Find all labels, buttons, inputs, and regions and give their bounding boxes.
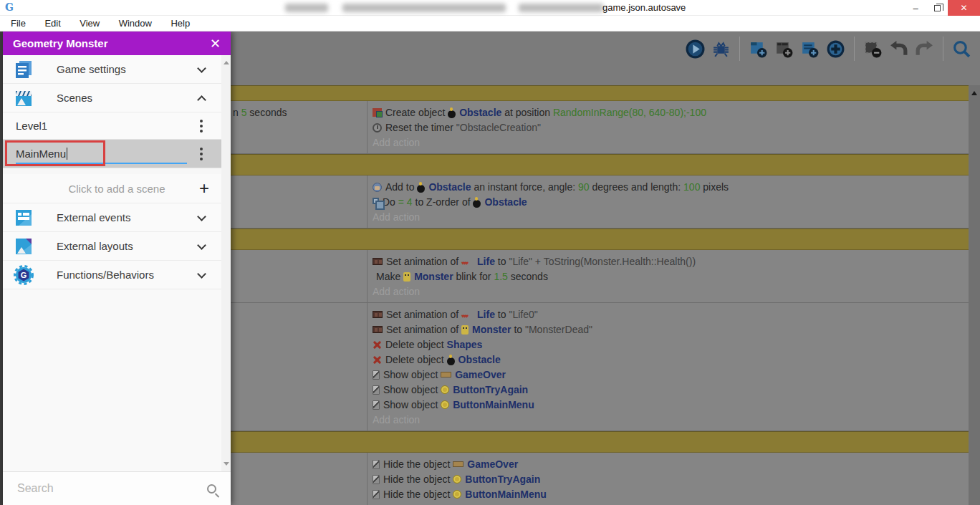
svg-text:G: G [21, 271, 27, 279]
plus-icon[interactable] [199, 178, 209, 198]
chevron-down-icon[interactable] [197, 212, 206, 221]
chevron-down-icon[interactable] [197, 269, 206, 279]
action-line[interactable]: Reset the timer "ObstacleCreation" [373, 120, 964, 135]
comment-bar[interactable] [231, 431, 969, 453]
redo-button[interactable] [915, 39, 934, 59]
add-event-button[interactable] [749, 39, 768, 59]
close-panel-icon[interactable] [210, 36, 221, 52]
comment-bar[interactable] [231, 85, 969, 101]
add-action-button[interactable]: Add action [373, 135, 964, 150]
debug-button[interactable] [711, 39, 731, 59]
action-line[interactable]: Create object Obstacle at position Rando… [373, 105, 964, 120]
sidebar-item-game-settings[interactable]: Game settings [3, 55, 231, 84]
button-icon [441, 400, 449, 409]
text-segment: seconds [508, 271, 548, 282]
restore-button[interactable] [926, 0, 948, 16]
action-line[interactable]: Do = 4 to Z-order of Obstacle [373, 195, 964, 210]
animation-icon [373, 258, 383, 265]
menu-help[interactable]: Help [163, 16, 198, 29]
conditions-column[interactable] [231, 453, 367, 505]
chevron-down-icon[interactable] [197, 241, 206, 250]
scene-item-mainmenu[interactable]: MainMenu [3, 140, 231, 168]
project-manager-header: Geometry Monster [3, 32, 231, 55]
scroll-down-icon[interactable] [224, 462, 229, 466]
action-line[interactable]: Hide the object ButtonTryAgain [373, 472, 964, 487]
sidebar-item-scenes[interactable]: Scenes [3, 84, 231, 112]
conditions-column[interactable] [231, 303, 367, 431]
event-row[interactable]: Set animation of Life to "Life" + ToStri… [231, 250, 969, 303]
annotation-highlight-box [5, 140, 105, 166]
action-line[interactable]: Set animation of Life to "Life0" [373, 307, 964, 322]
panel-scrollbar[interactable] [221, 55, 231, 471]
sidebar-item-functions-behaviors[interactable]: G Functions/Behaviors [3, 261, 231, 289]
play-preview-button[interactable] [686, 39, 705, 59]
sidebar-item-external-events[interactable]: External events [3, 203, 231, 232]
conditions-column[interactable] [231, 250, 367, 302]
add-action-button[interactable]: Add action [373, 413, 964, 428]
scene-menu-icon[interactable] [198, 145, 205, 163]
actions-column[interactable]: Hide the object GameOverHide the object … [367, 453, 969, 505]
menu-window[interactable]: Window [111, 16, 160, 29]
comment-bar[interactable] [231, 154, 969, 175]
menu-view[interactable]: View [72, 16, 107, 29]
action-line[interactable]: Show object ButtonMainMenu [373, 398, 964, 413]
menu-edit[interactable]: Edit [37, 16, 68, 29]
chevron-down-icon[interactable] [197, 64, 206, 73]
event-row[interactable]: Add to Obstacle an instant force, angle:… [231, 175, 969, 229]
action-line[interactable]: Delete object Shapes [373, 337, 964, 352]
close-window-button[interactable] [948, 0, 980, 16]
add-sub-event-button[interactable] [774, 39, 794, 59]
menu-file[interactable]: File [3, 16, 34, 29]
add-new-button[interactable] [826, 39, 845, 59]
conditions-column[interactable] [231, 175, 367, 228]
scene-item-level1[interactable]: Level1 [3, 112, 231, 140]
delete-icon [373, 355, 382, 365]
add-scene-label: Click to add a scene [68, 183, 165, 195]
search-events-button[interactable] [952, 39, 971, 59]
event-row[interactable]: Set animation of Life to "Life0"Set anim… [231, 303, 969, 431]
scene-menu-icon[interactable] [198, 117, 205, 135]
add-action-button[interactable]: Add action [373, 210, 964, 225]
add-action-button[interactable]: Add action [373, 502, 964, 505]
panel-search-bar[interactable]: Search [3, 471, 231, 505]
event-row[interactable]: n 5 secondsCreate object Obstacle at pos… [231, 101, 969, 154]
search-icon[interactable] [207, 484, 216, 494]
add-scene-button[interactable]: Click to add a scene [3, 174, 231, 203]
events-scrollbar[interactable] [969, 85, 980, 505]
text-segment: "ObstacleCreation" [456, 122, 541, 133]
text-segment: Hide the object [383, 473, 453, 485]
minimize-button[interactable] [905, 0, 926, 16]
scroll-up-icon[interactable] [224, 61, 229, 64]
actions-column[interactable]: Create object Obstacle at position Rando… [367, 101, 969, 153]
visibility-icon [373, 460, 380, 469]
action-line[interactable]: Show object GameOver [373, 367, 964, 383]
action-line[interactable]: Show object ButtonTryAgain [373, 383, 964, 398]
action-line[interactable]: Set animation of Life to "Life" + ToStri… [373, 254, 964, 269]
remove-event-button[interactable] [863, 39, 883, 59]
condition-line[interactable]: n 5 seconds [233, 105, 365, 120]
actions-column[interactable]: Set animation of Life to "Life0"Set anim… [367, 303, 969, 431]
add-action-button[interactable]: Add action [373, 284, 964, 299]
action-line[interactable]: Hide the object ButtonMainMenu [373, 487, 964, 502]
text-segment: ButtonMainMenu [465, 489, 547, 500]
action-line[interactable]: Make Monster blink for 1.5 seconds [373, 269, 964, 284]
add-comment-button[interactable] [800, 39, 820, 59]
search-input[interactable]: Search [17, 482, 54, 495]
actions-column[interactable]: Set animation of Life to "Life" + ToStri… [367, 250, 969, 302]
text-segment: pixels [700, 181, 729, 193]
chevron-up-icon[interactable] [197, 95, 206, 105]
undo-button[interactable] [889, 39, 908, 59]
sidebar-item-external-layouts[interactable]: External layouts [3, 232, 231, 261]
action-line[interactable]: Add to Obstacle an instant force, angle:… [373, 180, 964, 195]
visibility-icon [373, 385, 380, 395]
action-line[interactable]: Set animation of Monster to "MonsterDead… [373, 322, 964, 337]
text-segment: Hide the object [383, 489, 453, 500]
actions-column[interactable]: Add to Obstacle an instant force, angle:… [367, 175, 969, 228]
conditions-column[interactable]: n 5 seconds [231, 101, 367, 153]
scroll-up-icon[interactable] [971, 91, 977, 95]
comment-bar[interactable] [231, 229, 969, 250]
action-line[interactable]: Hide the object GameOver [373, 457, 964, 472]
event-row[interactable]: Hide the object GameOverHide the object … [231, 453, 969, 505]
text-segment: Monster [472, 324, 511, 335]
action-line[interactable]: Delete object Obstacle [373, 352, 964, 367]
